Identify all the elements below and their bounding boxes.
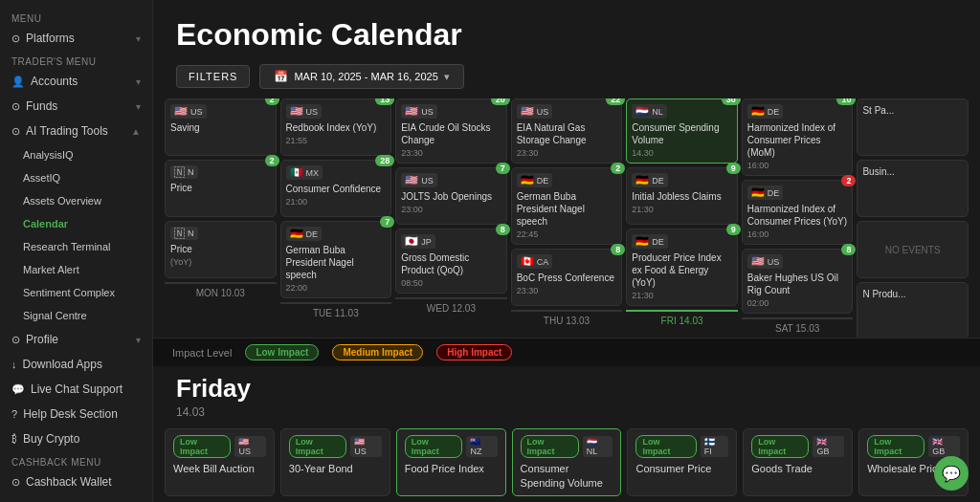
event-name: Harmonized Index of Consumer Prices (MoM… xyxy=(747,121,848,159)
event-card: 8 🇨🇦 CA BoC Press Conference 23:30 xyxy=(511,249,623,306)
day-label-thu: THU 13.03 xyxy=(511,310,623,328)
sidebar-item-analysisiq[interactable]: AnalysisIQ xyxy=(0,143,152,166)
download-icon: ↓ xyxy=(11,359,17,370)
card-country-3: 🇳🇱 NL xyxy=(583,436,613,457)
day-col-wed: 20 🇺🇸 US EIA Crude Oil Stocks Change 23:… xyxy=(395,98,507,338)
download-apps-label: Download Apps xyxy=(23,358,102,371)
event-name: EIA Crude Oil Stocks Change xyxy=(401,121,501,146)
event-name: Harmonized Index of Consumer Prices (YoY… xyxy=(747,203,848,228)
event-time: 23:30 xyxy=(517,148,617,158)
impact-tag-0: Low Impact xyxy=(173,435,231,458)
platforms-icon: ⊙ xyxy=(11,33,20,45)
event-badge: 2 xyxy=(265,98,279,105)
platforms-label: Platforms xyxy=(26,32,75,45)
profile-icon: ⊙ xyxy=(11,334,20,346)
event-name: Consumer Confidence xyxy=(286,183,387,195)
card-impact-1: Low Impact 🇺🇸 US xyxy=(289,435,382,458)
event-name: EIA Natural Gas Storage Change xyxy=(517,121,617,146)
card-name-3: Consumer Spending Volume xyxy=(521,462,613,490)
sidebar-item-cashback-wallet[interactable]: ⊙ Cashback Wallet xyxy=(0,469,152,494)
sidebar-item-accounts[interactable]: 👤 Accounts ▾ xyxy=(0,69,152,94)
bottom-card-0: Low Impact 🇺🇸 US Week Bill Auction xyxy=(165,428,275,496)
card-country-5: 🇬🇧 GB xyxy=(813,436,844,457)
event-card-partial3: N Produ... xyxy=(857,282,969,338)
sidebar-item-funds[interactable]: ⊙ Funds ▾ xyxy=(0,94,152,119)
card-name-2: Food Price Index xyxy=(405,462,498,475)
sidebar-item-help-desk[interactable]: ? Help Desk Section xyxy=(0,402,152,426)
event-card: 7 🇩🇪 DE German Buba President Nagel spee… xyxy=(280,221,392,298)
sidebar-item-platforms[interactable]: ⊙ Platforms ▾ xyxy=(0,26,152,51)
event-badge: 22 xyxy=(606,98,625,105)
impact-level-label: Impact Level xyxy=(172,347,232,359)
bottom-card-5: Low Impact 🇬🇧 GB Goods Trade xyxy=(743,428,853,496)
bottom-card-1: Low Impact 🇺🇸 US 30-Year Bond xyxy=(280,428,390,496)
event-country: 🇩🇪 DE xyxy=(747,186,784,200)
event-badge: 8 xyxy=(841,244,856,255)
day-col-sat: 10 🇩🇪 DE Harmonized Index of Consumer Pr… xyxy=(742,98,854,338)
sidebar-item-research-terminal[interactable]: Research Terminal xyxy=(0,235,152,258)
calendar-icon: 📅 xyxy=(274,70,288,83)
chat-fab-button[interactable]: 💬 xyxy=(934,456,969,491)
sidebar-item-ai-tools[interactable]: ⊙ AI Trading Tools ▲ xyxy=(0,119,152,143)
day-label-mon: MON 10.03 xyxy=(165,282,277,300)
event-name: Saving xyxy=(170,121,271,134)
card-country-1: 🇺🇸 US xyxy=(350,436,381,457)
chevron-funds-icon: ▾ xyxy=(136,101,141,112)
event-name: Price xyxy=(170,182,271,194)
event-badge: 30 xyxy=(722,98,741,105)
sidebar-item-signal-centre[interactable]: Signal Centre xyxy=(0,304,152,327)
chevron-down-icon: ▾ xyxy=(444,71,450,83)
impact-tag-1: Low Impact xyxy=(289,435,346,458)
assets-overview-label: Assets Overview xyxy=(23,195,101,207)
card-country-6: 🇬🇧 GB xyxy=(928,436,960,457)
day-col-fri: 30 🇳🇱 NL Consumer Spending Volume 14.30 … xyxy=(626,98,738,338)
event-country: 🇳🇱 NL xyxy=(632,104,667,119)
event-time: 21:00 xyxy=(286,197,387,207)
sidebar-item-sentiment-complex[interactable]: Sentiment Complex xyxy=(0,281,152,304)
bottom-cards-row: Low Impact 🇺🇸 US Week Bill Auction Low I… xyxy=(153,423,980,502)
event-time: 16:00 xyxy=(747,161,848,170)
cashback-section-title: CASHBACK MENU xyxy=(0,451,152,469)
event-time: (YoY) xyxy=(170,257,271,267)
event-name: Price xyxy=(170,243,271,255)
event-badge: 2 xyxy=(611,163,625,174)
day-col-mon: 2 🇺🇸 US Saving 2 🇳 N Price 🇳 N Price (Yo… xyxy=(165,98,277,338)
funds-label: Funds xyxy=(26,99,57,113)
card-impact-3: Low Impact 🇳🇱 NL xyxy=(521,435,613,458)
day-col-sun: St Pa... Busin... NO EVENTS N Produ... S… xyxy=(857,98,969,338)
card-country-2: 🇳🇿 NZ xyxy=(466,436,497,457)
event-badge: 20 xyxy=(491,98,510,105)
event-badge: 28 xyxy=(375,155,394,166)
event-country: 🇩🇪 DE xyxy=(747,104,784,119)
chevron-ai-icon: ▲ xyxy=(131,126,141,137)
event-time: 21:30 xyxy=(632,205,732,214)
card-name-4: Consumer Price xyxy=(635,462,728,475)
event-time: 22:45 xyxy=(517,229,617,239)
event-badge: 8 xyxy=(611,244,625,255)
event-card: 28 🇲🇽 MX Consumer Confidence 21:00 xyxy=(280,160,392,217)
sidebar-item-calendar[interactable]: Calendar xyxy=(0,212,152,235)
filters-button[interactable]: FILTERS xyxy=(176,65,250,88)
profile-label: Profile xyxy=(26,333,58,346)
sidebar-item-profile[interactable]: ⊙ Profile ▾ xyxy=(0,327,152,352)
sidebar-item-market-alert[interactable]: Market Alert xyxy=(0,258,152,281)
event-card: 2 🇩🇪 DE Harmonized Index of Consumer Pri… xyxy=(742,180,854,245)
date-range-button[interactable]: 📅 MAR 10, 2025 - MAR 16, 2025 ▾ xyxy=(259,64,463,89)
sidebar-item-assetiq[interactable]: AssetIQ xyxy=(0,166,152,189)
event-country: 🇩🇪 DE xyxy=(632,173,668,187)
day-columns: 2 🇺🇸 US Saving 2 🇳 N Price 🇳 N Price (Yo… xyxy=(165,98,969,338)
event-country: 🇩🇪 DE xyxy=(286,227,323,241)
help-desk-label: Help Desk Section xyxy=(23,407,118,421)
card-name-5: Goods Trade xyxy=(751,462,844,475)
event-name: N Produ... xyxy=(862,288,963,300)
sidebar-item-download-apps[interactable]: ↓ Download Apps xyxy=(0,352,152,377)
impact-tag-6: Low Impact xyxy=(867,435,924,458)
sidebar-item-buy-crypto[interactable]: ₿ Buy Crypto xyxy=(0,426,152,451)
impact-legend-bar: Impact Level Low Impact Medium Impact Hi… xyxy=(153,338,980,366)
event-badge: 9 xyxy=(726,163,741,174)
assetiq-label: AssetIQ xyxy=(23,172,60,184)
impact-tag-5: Low Impact xyxy=(751,435,809,458)
sidebar-item-assets-overview[interactable]: Assets Overview xyxy=(0,189,152,212)
chevron-profile-icon: ▾ xyxy=(136,335,141,345)
sidebar-item-live-chat[interactable]: 💬 Live Chat Support xyxy=(0,377,152,402)
